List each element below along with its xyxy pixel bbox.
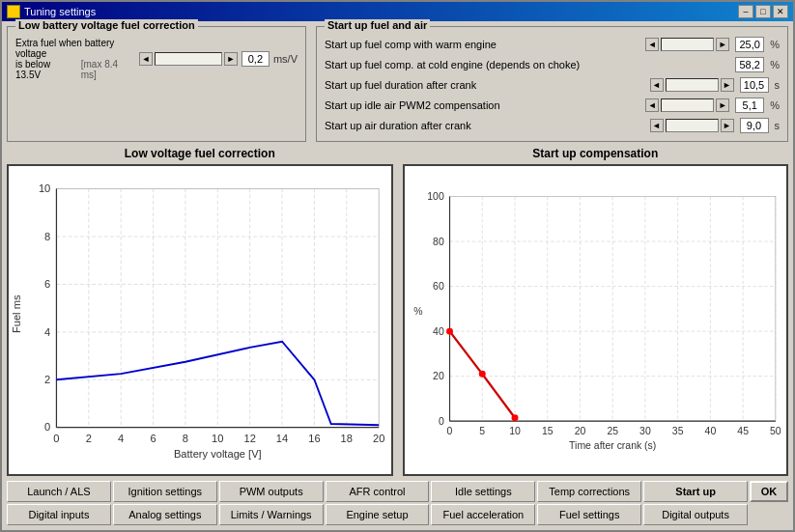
svg-text:0: 0 (44, 421, 50, 433)
tab-analog-settings[interactable]: Analog settings (113, 504, 217, 525)
svg-text:0: 0 (446, 426, 452, 436)
startup-slider-2: ◄ ► (650, 78, 734, 92)
top-panels: Low battery voltage fuel correction Extr… (7, 26, 788, 142)
right-chart-svg: 0 5 10 15 20 25 30 35 40 45 50 0 20 (405, 166, 787, 474)
startup-slider-right-3[interactable]: ► (716, 98, 729, 112)
startup-slider-left-0[interactable]: ◄ (645, 38, 659, 51)
battery-slider-track[interactable] (155, 52, 222, 66)
main-content: Low battery voltage fuel correction Extr… (2, 21, 793, 530)
startup-unit-3: % (770, 99, 780, 111)
right-chart-wrapper: 0 5 10 15 20 25 30 35 40 45 50 0 20 (403, 164, 789, 476)
startup-value-0[interactable]: 25,0 (735, 37, 764, 52)
svg-text:40: 40 (433, 326, 444, 337)
battery-row: Extra fuel when battery voltage is below… (15, 38, 298, 80)
minimize-button[interactable]: – (738, 5, 753, 18)
tab-fuel-settings[interactable]: Fuel settings (537, 504, 641, 525)
svg-text:14: 14 (276, 433, 288, 444)
startup-slider-left-3[interactable]: ◄ (645, 98, 659, 112)
tab-idle-settings[interactable]: Idle settings (431, 481, 535, 502)
title-bar: Tuning settings – □ ✕ (2, 2, 793, 21)
startup-row-4: Start up air duration after crank ◄ ► 9,… (325, 118, 780, 133)
startup-value-2[interactable]: 10,5 (740, 77, 769, 93)
svg-text:6: 6 (44, 278, 50, 290)
startup-track-0[interactable] (661, 38, 714, 51)
startup-slider-left-2[interactable]: ◄ (650, 78, 664, 92)
svg-text:20: 20 (433, 371, 444, 381)
tab-digital-outputs[interactable]: Digital outputs (643, 504, 748, 525)
bottom-area: Launch / ALS Ignition settings PWM outpu… (7, 481, 788, 525)
title-bar-buttons: – □ ✕ (738, 5, 788, 18)
svg-text:15: 15 (541, 426, 553, 436)
startup-label-0: Start up fuel comp with warm engine (325, 39, 639, 50)
startup-legend: Start up fuel and air (325, 19, 430, 31)
battery-slider-left[interactable]: ◄ (139, 52, 153, 66)
startup-unit-4: s (775, 120, 781, 131)
tab-ignition-settings[interactable]: Ignition settings (113, 481, 217, 502)
startup-slider-right-4[interactable]: ► (721, 119, 734, 132)
left-chart-title: Low voltage fuel correction (125, 147, 275, 160)
battery-labels: Extra fuel when battery voltage is below… (15, 38, 135, 80)
startup-track-3[interactable] (661, 98, 714, 112)
startup-track-2[interactable] (666, 78, 719, 92)
tab-afr-control[interactable]: AFR control (326, 481, 430, 502)
svg-text:0: 0 (53, 433, 59, 444)
right-chart-container: Start up compensation (403, 147, 789, 476)
svg-text:50: 50 (770, 426, 781, 436)
battery-slider-container: ◄ ► (139, 52, 238, 66)
battery-unit: ms/V (273, 53, 298, 65)
startup-value-1[interactable]: 58,2 (735, 57, 764, 72)
tab-temp-corrections[interactable]: Temp corrections (537, 481, 641, 502)
startup-label-3: Start up idle air PWM2 compensation (325, 99, 639, 111)
startup-track-4[interactable] (666, 119, 719, 132)
left-chart-svg: 0 2 4 6 8 10 12 14 16 18 20 0 2 (9, 166, 391, 474)
tab-engine-setup[interactable]: Engine setup (326, 504, 430, 525)
tabs-section: Launch / ALS Ignition settings PWM outpu… (7, 481, 748, 525)
svg-point-73 (478, 371, 485, 378)
tab-row-1: Launch / ALS Ignition settings PWM outpu… (7, 481, 748, 502)
svg-text:4: 4 (118, 433, 124, 444)
svg-text:4: 4 (44, 326, 50, 338)
tab-start-up[interactable]: Start up (643, 481, 748, 502)
svg-point-72 (446, 328, 453, 335)
tab-digital-inputs[interactable]: Digital inputs (7, 504, 111, 525)
svg-text:5: 5 (479, 426, 485, 436)
battery-label1: Extra fuel when battery voltage (15, 38, 135, 59)
startup-slider-right-0[interactable]: ► (716, 38, 729, 51)
svg-text:2: 2 (86, 433, 92, 444)
startup-label-4: Start up air duration after crank (325, 120, 644, 131)
tab-fuel-acceleration[interactable]: Fuel acceleration (431, 504, 535, 525)
startup-row-1: Start up fuel comp. at cold engine (depe… (325, 57, 780, 72)
battery-label2-row: is below 13.5V [max 8.4 ms] (15, 59, 135, 80)
right-chart-title: Start up compensation (532, 147, 658, 160)
svg-text:35: 35 (671, 426, 683, 436)
battery-slider-right[interactable]: ► (224, 52, 238, 66)
startup-unit-2: s (775, 79, 781, 91)
svg-text:Fuel ms: Fuel ms (11, 294, 22, 333)
tab-launch-als[interactable]: Launch / ALS (7, 481, 111, 502)
startup-value-3[interactable]: 5,1 (735, 98, 764, 113)
svg-text:30: 30 (639, 426, 651, 436)
startup-unit-0: % (770, 39, 780, 50)
startup-slider-right-2[interactable]: ► (721, 78, 734, 92)
svg-text:45: 45 (737, 426, 749, 436)
startup-slider-left-4[interactable]: ◄ (650, 119, 664, 132)
startup-value-4[interactable]: 9,0 (740, 118, 769, 133)
svg-text:0: 0 (438, 416, 443, 427)
svg-text:10: 10 (509, 426, 521, 436)
close-button[interactable]: ✕ (773, 5, 788, 18)
tab-limits-warnings[interactable]: Limits / Warnings (219, 504, 324, 525)
maximize-button[interactable]: □ (755, 5, 771, 18)
app-icon (7, 5, 20, 18)
svg-text:60: 60 (433, 281, 444, 292)
low-battery-legend: Low battery voltage fuel correction (15, 19, 198, 31)
battery-value[interactable]: 0,2 (241, 51, 270, 67)
left-chart-container: Low voltage fuel correction (7, 147, 393, 476)
ok-button[interactable]: OK (750, 481, 788, 502)
svg-text:Battery voltage [V]: Battery voltage [V] (174, 448, 262, 460)
window-title: Tuning settings (24, 6, 96, 17)
tab-pwm-outputs[interactable]: PWM outputs (219, 481, 324, 502)
svg-text:20: 20 (373, 433, 384, 444)
startup-row-0: Start up fuel comp with warm engine ◄ ► … (325, 37, 780, 52)
svg-text:18: 18 (341, 433, 353, 444)
svg-text:2: 2 (44, 374, 50, 385)
